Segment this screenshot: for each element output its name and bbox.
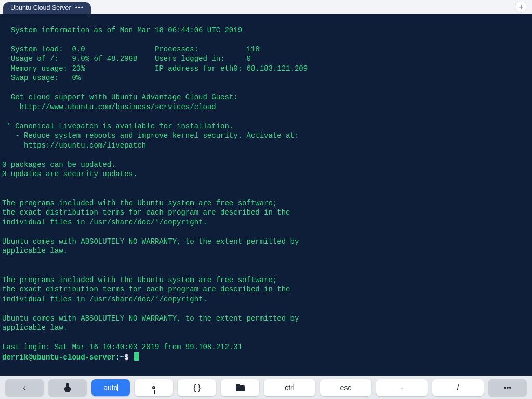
legal-line-2b: the exact distribution terms for each pr… [2, 285, 290, 294]
auto-label: auto [103, 383, 117, 392]
text-caret-icon [117, 384, 118, 391]
updates-line-2: 0 updates are security updates. [2, 170, 137, 178]
label-system-load: System load: [2, 45, 72, 54]
warranty-line-1b: Ubuntu comes with ABSOLUTELY NO WARRANTY… [2, 314, 299, 323]
chevron-left-icon: ‹ [23, 383, 25, 392]
keys-button[interactable] [135, 379, 173, 396]
slash-label: / [457, 383, 459, 392]
soft-keyboard-toolbar: ‹ auto { } ctrl esc - / ••• [0, 376, 532, 399]
prompt-separator: : [115, 353, 119, 362]
dash-label: - [401, 383, 403, 392]
warranty-line-2: applicable law. [2, 247, 68, 255]
livepatch-line-1: * Canonical Livepatch is available for i… [2, 122, 233, 130]
legal-line-2: the exact distribution terms for each pr… [2, 208, 290, 217]
label-disk-usage: Usage of /: [2, 55, 72, 63]
esc-label: esc [340, 383, 352, 392]
motd-sysinfo-header: System information as of Mon Mar 18 06:4… [2, 26, 242, 34]
prompt-path: ~ [120, 353, 124, 362]
more-button[interactable]: ••• [488, 379, 527, 396]
livepatch-line-2: - Reduce system reboots and improve kern… [2, 131, 299, 140]
legal-line-1b: The programs included with the Ubuntu sy… [2, 276, 277, 284]
shell-prompt[interactable]: derrik@ubuntu-cloud-server:~$ [2, 353, 139, 362]
dash-key-button[interactable]: - [376, 379, 428, 396]
updates-line-1: 0 packages can be updated. [2, 161, 115, 169]
value-system-load: 0.0 [72, 45, 85, 54]
warranty-line-2b: applicable law. [2, 324, 68, 332]
esc-key-button[interactable]: esc [320, 379, 371, 396]
value-processes: 118 [247, 45, 260, 54]
ellipsis-icon: ••• [504, 383, 512, 392]
label-ip-eth0: IP address for eth0: [155, 64, 246, 73]
add-tab-button[interactable]: + [515, 1, 527, 12]
value-users-logged-in: 0 [247, 55, 251, 63]
value-disk-usage: 9.0% of 48.29GB [72, 55, 137, 63]
braces-icon: { } [193, 383, 200, 392]
tab-title: Ubuntu Cloud Server [10, 4, 71, 11]
auto-complete-button[interactable]: auto [91, 379, 130, 396]
legal-line-1: The programs included with the Ubuntu sy… [2, 199, 277, 207]
legal-line-3b: individual files in /usr/share/doc/*/cop… [2, 295, 207, 303]
prompt-user-host: derrik@ubuntu-cloud-server [2, 353, 115, 362]
cloud-support-line-1: Get cloud support with Ubuntu Advantage … [2, 93, 238, 101]
value-memory-usage: 23% [72, 64, 85, 73]
key-icon [152, 386, 155, 389]
warranty-line-1: Ubuntu comes with ABSOLUTELY NO WARRANTY… [2, 237, 299, 246]
label-swap-usage: Swap usage: [2, 74, 72, 82]
snippets-button[interactable]: { } [178, 379, 216, 396]
ctrl-key-button[interactable]: ctrl [264, 379, 315, 396]
back-button[interactable]: ‹ [5, 379, 44, 396]
touch-mode-button[interactable] [48, 379, 87, 396]
ctrl-label: ctrl [285, 383, 295, 392]
tab-bar: Ubuntu Cloud Server ••• + [0, 0, 532, 14]
value-swap-usage: 0% [72, 74, 81, 82]
cloud-support-line-2: http://www.ubuntu.com/business/services/… [2, 103, 216, 111]
last-login-line: Last login: Sat Mar 16 10:40:03 2019 fro… [2, 343, 242, 351]
cursor-icon [134, 352, 139, 361]
terminal-viewport[interactable]: System information as of Mon Mar 18 06:4… [0, 14, 532, 376]
value-ip-eth0: 68.183.121.209 [247, 64, 308, 73]
tab-menu-icon[interactable]: ••• [75, 6, 84, 9]
label-memory-usage: Memory usage: [2, 64, 72, 73]
folder-icon [236, 384, 245, 391]
label-processes: Processes: [155, 45, 242, 54]
prompt-dollar: $ [124, 353, 128, 362]
plus-icon: + [518, 3, 524, 11]
touch-icon [63, 383, 72, 392]
livepatch-line-3: https://ubuntu.com/livepatch [2, 141, 146, 150]
slash-key-button[interactable]: / [432, 379, 484, 396]
label-users-logged-in: Users logged in: [155, 55, 242, 63]
legal-line-3: individual files in /usr/share/doc/*/cop… [2, 218, 207, 227]
tab-ubuntu-cloud-server[interactable]: Ubuntu Cloud Server ••• [3, 2, 91, 14]
files-button[interactable] [221, 379, 259, 396]
